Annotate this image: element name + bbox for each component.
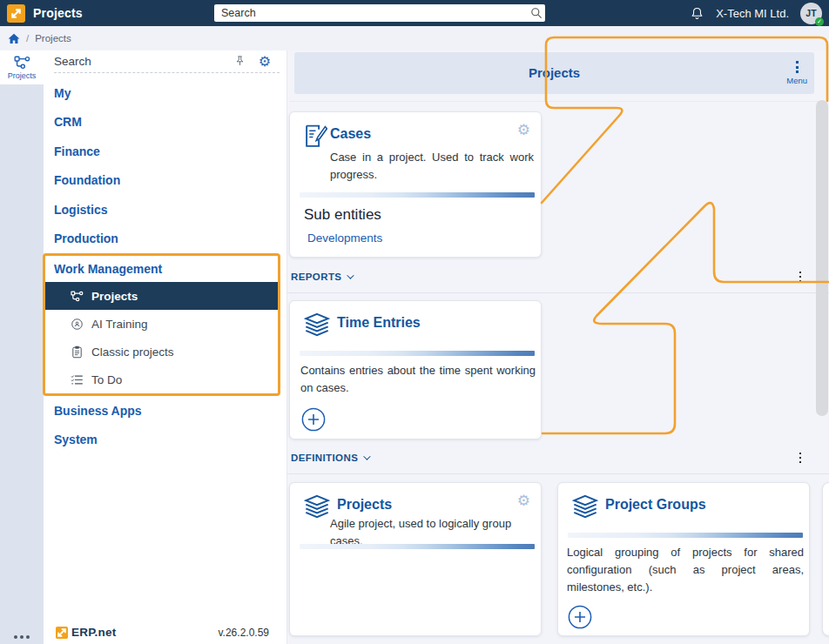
card-time-entries[interactable]: Time Entries Contains entries about the … <box>289 300 542 439</box>
card-title: Project Groups <box>605 497 706 513</box>
erp-logo-text: ERP.net <box>71 626 116 639</box>
sidebar-item-work-management[interactable]: Work Management <box>45 256 278 282</box>
scrollbar-thumb[interactable] <box>816 100 828 416</box>
chevron-down-icon <box>347 272 354 278</box>
page-header-banner: Projects Menu <box>294 52 814 94</box>
sidebar-item-production[interactable]: Production <box>44 225 286 254</box>
sidebar-nav: My CRM Finance Foundation Logistics Prod… <box>44 78 286 454</box>
clipboard-icon <box>70 345 84 359</box>
layers-icon <box>304 312 330 340</box>
card-accent-bar <box>300 544 535 549</box>
sidebar-search-input[interactable] <box>54 55 233 68</box>
checklist-icon <box>70 374 84 386</box>
card-description: Case in a project. Used to track work pr… <box>330 149 534 184</box>
card-projects-definition[interactable]: Projects ⚙ Agile project, used to logica… <box>289 482 542 636</box>
sidebar-item-foundation[interactable]: Foundation <box>44 166 286 196</box>
bell-icon[interactable] <box>690 6 704 21</box>
link-developments[interactable]: Developments <box>307 231 382 245</box>
home-icon[interactable] <box>8 33 20 44</box>
section-kebab-menu-icon[interactable] <box>799 453 802 464</box>
page-menu-button[interactable]: Menu <box>786 61 807 85</box>
online-status-badge: ✓ <box>815 17 824 26</box>
erp-net-logo: ERP.net <box>56 626 116 639</box>
sidebar-subitem-label: To Do <box>91 373 122 386</box>
search-icon[interactable] <box>529 6 543 20</box>
card-title: Cases <box>330 126 371 142</box>
gear-icon[interactable]: ⚙ <box>517 493 530 508</box>
diagonal-arrows-icon <box>10 7 23 20</box>
card-description: Contains entries about the time spent wo… <box>300 362 536 397</box>
sidebar-item-business-apps[interactable]: Business Apps <box>44 396 286 426</box>
pin-icon[interactable] <box>233 55 246 68</box>
section-divider <box>287 292 829 293</box>
add-button[interactable] <box>568 605 592 629</box>
sidebar-item-my[interactable]: My <box>44 78 286 108</box>
sidebar-subitem-classic-projects[interactable]: Classic projects <box>45 338 278 366</box>
kebab-menu-icon <box>796 61 799 73</box>
breadcrumb-item-projects[interactable]: Projects <box>35 33 71 44</box>
rail-item-label: Projects <box>8 71 37 80</box>
section-definitions-header: DEFINITIONS <box>291 453 826 463</box>
main-content: Projects Menu Cases ⚙ Case in a project.… <box>287 50 829 644</box>
sidebar-item-finance[interactable]: Finance <box>44 137 286 166</box>
card-description: Logical grouping of projects for shared … <box>567 544 804 596</box>
card-cases[interactable]: Cases ⚙ Case in a project. Used to track… <box>289 111 542 258</box>
ai-icon <box>70 318 84 331</box>
version-label: v.26.2.0.59 <box>219 627 270 639</box>
sidebar-item-crm[interactable]: CRM <box>44 108 286 138</box>
card-accent-bar <box>300 351 535 356</box>
card-title: Time Entries <box>337 315 421 331</box>
more-icon[interactable] <box>0 635 44 639</box>
layers-icon <box>572 494 598 522</box>
sidebar-search-row: ⚙ <box>54 50 280 73</box>
breadcrumb-separator: / <box>26 33 29 44</box>
nav-rail: Projects <box>0 50 44 644</box>
avatar-initials: JT <box>805 8 816 18</box>
sidebar: ⚙ My CRM Finance Foundation Logistics Pr… <box>44 50 287 644</box>
app-title: Projects <box>33 6 83 20</box>
card-project-groups[interactable]: Project Groups Logical grouping of proje… <box>557 482 810 636</box>
section-reports-header: REPORTS <box>291 272 826 282</box>
sidebar-item-system[interactable]: System <box>44 426 286 455</box>
section-divider <box>287 473 829 474</box>
add-button[interactable] <box>301 407 326 432</box>
card-title: Projects <box>337 497 392 513</box>
top-bar: Projects X-Tech MI Ltd. JT ✓ <box>0 0 829 26</box>
case-document-icon <box>304 124 327 152</box>
sidebar-footer: ERP.net v.26.2.0.59 <box>44 626 286 639</box>
card-accent-bar <box>568 533 803 538</box>
sidebar-subitem-label: Projects <box>91 290 138 303</box>
gear-icon[interactable]: ⚙ <box>517 123 530 138</box>
app-logo-icon[interactable] <box>7 4 25 23</box>
rail-item-projects[interactable]: Projects <box>0 50 44 84</box>
sidebar-settings-gear-icon[interactable]: ⚙ <box>259 55 271 69</box>
section-definitions-toggle[interactable]: DEFINITIONS <box>291 453 368 463</box>
sidebar-subitem-projects[interactable]: Projects <box>45 282 278 310</box>
global-search-input[interactable] <box>214 4 545 22</box>
layers-icon <box>304 494 330 522</box>
breadcrumb: / Projects <box>0 26 829 50</box>
section-reports-toggle[interactable]: REPORTS <box>291 272 352 282</box>
work-management-highlight-box: Work Management Projects <box>43 253 280 396</box>
company-name[interactable]: X-Tech MI Ltd. <box>716 7 789 20</box>
workflow-icon <box>14 56 30 70</box>
sidebar-subitem-ai-training[interactable]: AI Training <box>45 310 278 338</box>
sub-entities-heading: Sub entities <box>304 206 381 224</box>
sidebar-subitem-label: AI Training <box>91 318 148 331</box>
workflow-icon <box>70 291 84 302</box>
page-menu-label: Menu <box>786 76 807 85</box>
sidebar-subitem-to-do[interactable]: To Do <box>45 366 278 393</box>
card-partial <box>822 482 829 636</box>
sidebar-subitem-label: Classic projects <box>91 345 174 359</box>
section-kebab-menu-icon[interactable] <box>799 272 802 283</box>
card-accent-bar <box>300 192 535 198</box>
sidebar-item-logistics[interactable]: Logistics <box>44 195 286 225</box>
avatar[interactable]: JT ✓ <box>800 3 822 24</box>
page-title: Projects <box>294 65 814 80</box>
erp-logo-icon <box>56 627 68 639</box>
chevron-down-icon <box>363 453 370 460</box>
section-divider <box>289 101 826 102</box>
